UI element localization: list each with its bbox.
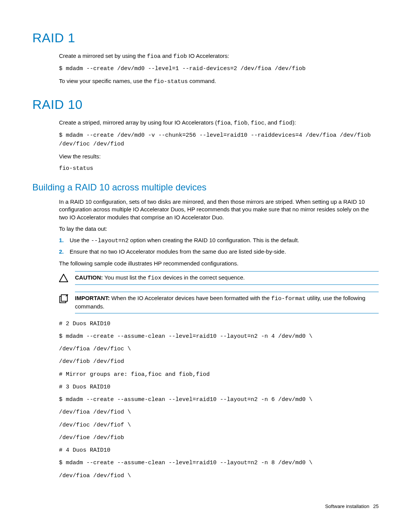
important-text: IMPORTANT: When the IO Accelerator devic… [75,294,379,311]
page-footer: Software installation25 [325,503,379,509]
code-line: # 4 Duos RAID10 [59,446,379,455]
important-callout: IMPORTANT: When the IO Accelerator devic… [59,292,379,313]
callout-row: CAUTION: You must list the fiox devices … [59,274,379,282]
heading-raid10: RAID 10 [32,97,379,112]
code: fioa [217,120,231,126]
raid1-intro: Create a mirrored set by using the fioa … [59,52,379,61]
code-line: /dev/fioe /dev/fiob [59,433,379,442]
text: ): [292,119,296,126]
svg-marker-0 [59,274,68,282]
text: IO Accelerators: [187,53,229,59]
sample-code: # 2 Duos RAID10 $ mdadm --create --assum… [59,320,379,480]
text: command. [188,78,216,84]
code-fio-status: fio-status [153,78,188,85]
raid10-view-cmd: fio-status [59,164,379,173]
footer-page-number: 25 [373,503,379,509]
code-line: $ mdadm --create --assume-clean --level=… [59,332,379,341]
code-layout: --layout=n2 [91,238,129,244]
step-number: 1. [59,236,64,244]
heading-building-raid10: Building a RAID 10 across multiple devic… [32,182,379,193]
raid10-intro: Create a striped, mirrored array by usin… [59,119,379,127]
building-following: The following sample code illustrates HP… [59,260,379,267]
text: and [161,53,173,59]
text: Ensure that no two IO Accelerator module… [70,248,286,255]
text: When the IO Accelerator devices have bee… [110,295,271,301]
document-page: RAID 1 Create a mirrored set by using th… [0,0,411,532]
building-steps: 1. Use the --layout=n2 option when creat… [59,236,379,256]
building-body: In a RAID 10 configuration, sets of two … [59,198,379,480]
raid1-body: Create a mirrored set by using the fioa … [59,52,379,86]
important-icon [59,294,75,304]
code-line: /dev/fioa /dev/fiod \ [59,471,379,480]
code-fiob: fiob [173,53,187,60]
text: , [248,119,251,126]
raid10-command: $ mdadm --create /dev/md0 -v --chunk=256… [59,131,379,149]
code-line: /dev/fioa /dev/fiod \ [59,408,379,417]
caution-callout: CAUTION: You must list the fiox devices … [59,271,379,285]
caution-text: CAUTION: You must list the fiox devices … [75,274,379,282]
caution-icon [59,274,75,282]
code: fioc [251,120,264,126]
text: , and [264,119,279,126]
code: fiod [279,120,292,126]
text: option when creating the RAID 10 configu… [129,237,299,243]
raid1-view: To view your specific names, use the fio… [59,77,379,86]
callout-row: IMPORTANT: When the IO Accelerator devic… [59,294,379,311]
text: devices in the correct sequence. [161,274,245,281]
code-fioa: fioa [147,53,161,60]
text: Create a striped, mirrored array by usin… [59,119,217,126]
code-line: $ mdadm --create --assume-clean --level=… [59,395,379,404]
text: To view your specific names, use the [59,78,153,84]
step-2: 2. Ensure that no two IO Accelerator mod… [59,248,379,256]
heading-raid1: RAID 1 [32,30,379,45]
text: , [231,119,234,126]
text: You must list the [103,274,148,281]
caution-label: CAUTION: [75,274,103,281]
text: Create a mirrored set by using the [59,53,147,59]
callout-rule [75,284,379,285]
footer-section: Software installation [325,503,369,509]
building-lay-label: To lay the data out: [59,225,379,233]
code-line: # 2 Duos RAID10 [59,320,379,328]
callout-rule [75,313,379,313]
code-line: # 3 Duos RAID10 [59,383,379,391]
code-line: /dev/fioc /dev/fiof \ [59,421,379,430]
raid10-body: Create a striped, mirrored array by usin… [59,119,379,173]
step-1: 1. Use the --layout=n2 option when creat… [59,236,379,245]
code-fiox: fiox [148,275,161,281]
callout-rule [75,271,379,272]
code-fio-format: fio-format [271,296,306,302]
code-line: $ mdadm --create --assume-clean --level=… [59,459,379,467]
code-line: /dev/fiob /dev/fiod [59,357,379,366]
code-line: # Mirror groups are: fioa,fioc and fiob,… [59,370,379,379]
step-number: 2. [59,248,64,256]
important-label: IMPORTANT: [75,295,110,301]
code: fiob [234,120,248,126]
callout-rule [75,292,379,292]
raid1-command: $ mdadm --create /dev/md0 --level=1 --ra… [59,64,379,73]
raid10-view-label: View the results: [59,153,379,160]
code-line: /dev/fioa /dev/fioc \ [59,345,379,353]
building-para: In a RAID 10 configuration, sets of two … [59,198,379,221]
text: Use the [70,237,91,243]
